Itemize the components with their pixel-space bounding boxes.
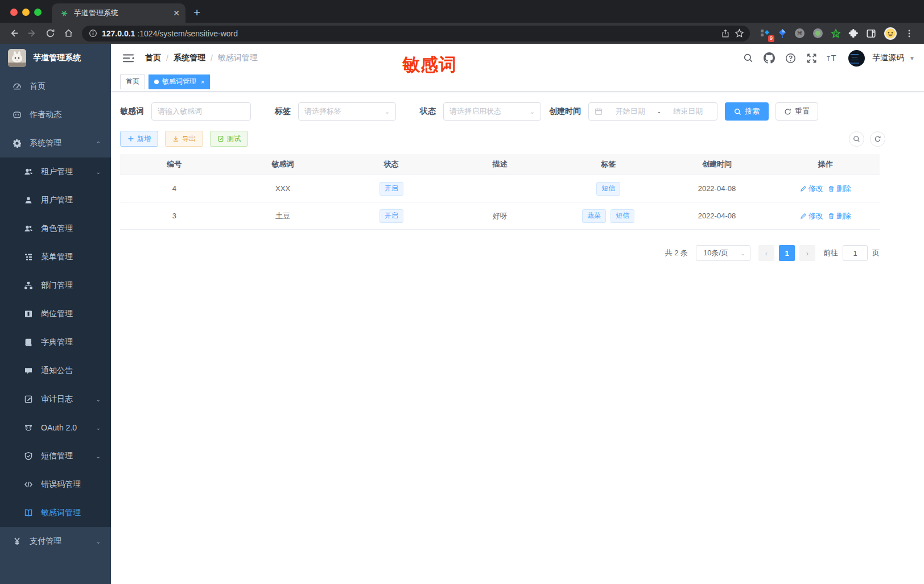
- new-tab-button[interactable]: +: [193, 6, 200, 19]
- close-window-button[interactable]: [10, 9, 18, 16]
- help-icon[interactable]: [782, 49, 799, 67]
- breadcrumb: 首页/系统管理/敏感词管理: [145, 53, 258, 63]
- chevron-down-icon: ⌄: [530, 108, 535, 115]
- column-header-创建时间: 创建时间: [663, 159, 772, 169]
- delete-link[interactable]: 删除: [828, 184, 851, 194]
- status-badge: 开启: [380, 209, 403, 223]
- collapse-sidebar-icon[interactable]: [120, 50, 136, 66]
- pay-yen-icon: [13, 537, 22, 546]
- sidebar-item-首页[interactable]: 首页: [0, 72, 111, 101]
- search-button[interactable]: 搜索: [725, 102, 769, 121]
- sidebar-item-租户管理[interactable]: 租户管理⌄: [0, 158, 111, 186]
- add-button[interactable]: 新增: [120, 131, 158, 147]
- column-header-描述: 描述: [446, 159, 554, 169]
- date-range-picker[interactable]: 开始日期 - 结束日期: [588, 102, 717, 121]
- sidebar-item-通知公告[interactable]: 通知公告: [0, 357, 111, 385]
- sidebar-item-审计日志[interactable]: 审计日志⌄: [0, 385, 111, 413]
- tab-close-icon[interactable]: ✕: [173, 9, 180, 17]
- test-button[interactable]: 测试: [210, 131, 248, 147]
- cell-tags: 蔬菜短信: [554, 209, 663, 223]
- page-size-select[interactable]: 10条/页 ⌄: [696, 245, 750, 261]
- goto-page-input[interactable]: [843, 245, 868, 261]
- screenshot-extension-icon[interactable]: 9: [760, 28, 770, 39]
- record-extension-icon[interactable]: [812, 28, 823, 39]
- green-star-extension-icon[interactable]: [831, 28, 841, 39]
- org-chart-icon: [24, 281, 33, 290]
- post-badge-icon: [24, 309, 33, 318]
- cell-actions: 修改删除: [771, 184, 880, 194]
- search-icon[interactable]: [740, 49, 757, 67]
- sidebar-item-OAuth 2.0[interactable]: OAuth 2.0⌄: [0, 413, 111, 442]
- github-icon[interactable]: [761, 49, 778, 67]
- sensitive-word-table: 编号敏感词状态描述标签创建时间操作 4XXX开启短信2022-04-08修改删除…: [120, 154, 880, 230]
- user-avatar[interactable]: [848, 50, 865, 67]
- trash-icon: [828, 213, 835, 219]
- minimize-window-button[interactable]: [22, 9, 30, 16]
- sidebar-item-用户管理[interactable]: 用户管理: [0, 186, 111, 214]
- view-tab-label: 首页: [126, 77, 139, 86]
- kite-extension-icon[interactable]: [778, 28, 787, 39]
- cell-status: 开启: [337, 209, 446, 223]
- sidebar-item-岗位管理[interactable]: 岗位管理: [0, 300, 111, 328]
- current-page-button[interactable]: 1: [779, 245, 795, 261]
- address-bar[interactable]: 127.0.0.1:1024/system/sensitive-word: [82, 26, 750, 42]
- author-message-icon: [13, 110, 22, 119]
- status-select[interactable]: 请选择启用状态 ⌄: [443, 102, 541, 121]
- keyword-input[interactable]: 请输入敏感词: [151, 102, 251, 121]
- sidebar-item-label: 岗位管理: [41, 309, 101, 319]
- app-logo[interactable]: 芋道管理系统: [0, 44, 111, 72]
- sidebar-item-支付管理[interactable]: 支付管理⌄: [0, 527, 111, 556]
- browser-menu-icon[interactable]: [905, 29, 914, 38]
- prev-page-button[interactable]: ‹: [758, 245, 774, 261]
- sidebar-item-系统管理[interactable]: 系统管理⌃: [0, 129, 111, 158]
- sidebar-item-错误码管理[interactable]: 错误码管理: [0, 470, 111, 499]
- sidebar-item-角色管理[interactable]: 角色管理: [0, 214, 111, 243]
- font-size-icon[interactable]: TT: [824, 49, 841, 67]
- sidebar-item-label: 支付管理: [30, 536, 88, 546]
- zoom-window-button[interactable]: [34, 9, 42, 16]
- side-panel-icon[interactable]: [866, 28, 876, 39]
- profile-avatar-icon[interactable]: [884, 27, 897, 40]
- browser-tab[interactable]: 芋道管理系统 ✕: [52, 3, 185, 23]
- page-content: 敏感词 请输入敏感词 标签 请选择标签 ⌄ 状态 请选择启用状态 ⌄ 创建时间: [111, 92, 924, 261]
- share-icon[interactable]: [721, 29, 730, 38]
- status-badge: 开启: [380, 182, 403, 196]
- dashboard-icon: [13, 82, 22, 91]
- sidebar-item-菜单管理[interactable]: 菜单管理: [0, 243, 111, 271]
- tag-select[interactable]: 请选择标签 ⌄: [298, 102, 396, 121]
- breadcrumb-item[interactable]: 系统管理: [174, 53, 205, 63]
- oauth-icon: [24, 423, 33, 432]
- view-tab-敏感词管理[interactable]: 敏感词管理×: [148, 74, 210, 89]
- sidebar-item-作者动态[interactable]: 作者动态: [0, 101, 111, 129]
- close-tab-icon[interactable]: ×: [201, 78, 204, 85]
- next-page-button[interactable]: ›: [799, 245, 815, 261]
- sidebar-item-部门管理[interactable]: 部门管理: [0, 271, 111, 300]
- sidebar-item-label: 作者动态: [30, 110, 101, 120]
- breadcrumb-item[interactable]: 首页: [145, 53, 161, 63]
- edit-link[interactable]: 修改: [800, 211, 823, 221]
- fullscreen-icon[interactable]: [803, 49, 820, 67]
- refresh-icon[interactable]: [870, 131, 885, 147]
- sidebar-item-敏感词管理[interactable]: 敏感词管理: [0, 499, 111, 527]
- sidebar-item-字典管理[interactable]: 字典管理: [0, 328, 111, 357]
- home-icon[interactable]: [60, 26, 76, 42]
- svg-text:⌘: ⌘: [797, 30, 803, 36]
- command-extension-icon[interactable]: ⌘: [794, 28, 805, 39]
- edit-link[interactable]: 修改: [800, 184, 823, 194]
- sensitive-word-book-icon: [24, 508, 33, 517]
- export-button[interactable]: 导出: [165, 131, 203, 147]
- reload-icon[interactable]: [42, 26, 58, 42]
- user-caret-down-icon[interactable]: ▼: [909, 55, 915, 61]
- back-icon[interactable]: [6, 26, 22, 42]
- cell-actions: 修改删除: [771, 211, 880, 221]
- bookmark-star-icon[interactable]: [735, 28, 744, 38]
- reset-button[interactable]: 重置: [776, 102, 818, 121]
- sidebar-item-短信管理[interactable]: 短信管理⌄: [0, 442, 111, 470]
- delete-link[interactable]: 删除: [828, 211, 851, 221]
- hide-search-icon[interactable]: [849, 131, 864, 147]
- view-tab-首页[interactable]: 首页: [120, 74, 145, 89]
- forward-icon[interactable]: [24, 26, 40, 42]
- extensions-puzzle-icon[interactable]: [848, 28, 859, 39]
- username-label[interactable]: 芋道源码: [872, 53, 904, 63]
- site-info-icon[interactable]: [89, 29, 97, 38]
